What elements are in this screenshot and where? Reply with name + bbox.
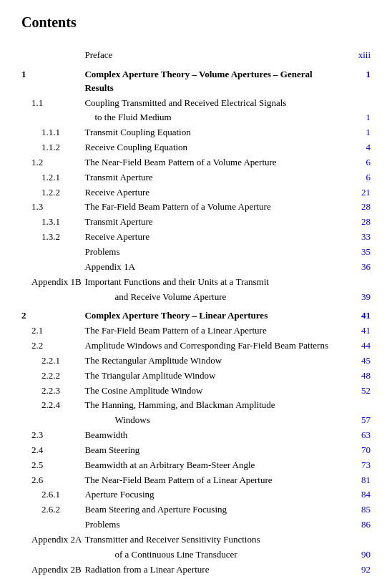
toc-row: 2.5Beamwidth at an Arbitrary Beam-Steer … bbox=[21, 458, 371, 473]
toc-page: 6 bbox=[348, 170, 371, 185]
toc-row: of a Continuous Line Transducer90 bbox=[21, 548, 371, 563]
toc-page: 48 bbox=[348, 369, 371, 384]
toc-row: to the Fluid Medium1 bbox=[21, 110, 371, 125]
toc-text: The Triangular Amplitude Window bbox=[84, 369, 348, 384]
toc-row: 2Complex Aperture Theory – Linear Apertu… bbox=[21, 308, 371, 323]
toc-label: 2.4 bbox=[21, 443, 84, 458]
toc-row: 1.1.2Receive Coupling Equation4 bbox=[21, 140, 371, 155]
toc-text: Beamwidth at an Arbitrary Beam-Steer Ang… bbox=[84, 458, 348, 473]
toc-page: 39 bbox=[348, 290, 371, 305]
toc-text: Windows bbox=[84, 413, 348, 428]
toc-label: Appendix 2A bbox=[21, 532, 84, 548]
toc-label: 2.2.4 bbox=[21, 398, 84, 413]
toc-page: 35 bbox=[348, 245, 371, 260]
toc-page bbox=[348, 532, 371, 548]
toc-row: 1.2.2Receive Aperture21 bbox=[21, 185, 371, 200]
page-title: Contents bbox=[21, 14, 371, 31]
toc-page: 1 bbox=[348, 110, 371, 125]
toc-row: 2.2.1The Rectangular Amplitude Window45 bbox=[21, 354, 371, 369]
toc-row: 1.3.2Receive Aperture33 bbox=[21, 230, 371, 245]
toc-label: 1.3.1 bbox=[21, 215, 84, 230]
toc-text: Amplitude Windows and Corresponding Far-… bbox=[84, 339, 348, 354]
toc-label: 2.6 bbox=[21, 473, 84, 488]
toc-label: 1.2 bbox=[21, 155, 84, 170]
toc-text: The Hanning, Hamming, and Blackman Ampli… bbox=[84, 398, 348, 413]
toc-row: Appendix 2ATransmitter and Receiver Sens… bbox=[21, 532, 371, 548]
toc-row: Problems86 bbox=[21, 517, 371, 532]
toc-label bbox=[21, 517, 84, 532]
toc-text: Complex Aperture Theory – Volume Apertur… bbox=[84, 67, 348, 96]
toc-label bbox=[21, 260, 84, 275]
toc-text: Transmitter and Receiver Sensitivity Fun… bbox=[84, 532, 348, 548]
toc-row: Appendix 2BRadiation from a Linear Apert… bbox=[21, 563, 371, 578]
toc-row: Windows57 bbox=[21, 413, 371, 428]
toc-label bbox=[21, 413, 84, 428]
toc-label: 2.6.2 bbox=[21, 502, 84, 517]
toc-row: 2.2.2The Triangular Amplitude Window48 bbox=[21, 369, 371, 384]
toc-page: 84 bbox=[348, 487, 371, 502]
toc-label: 1.1.1 bbox=[21, 125, 84, 140]
toc-text: Receive Coupling Equation bbox=[84, 140, 348, 155]
toc-row: Problems35 bbox=[21, 245, 371, 260]
toc-page: 6 bbox=[348, 155, 371, 170]
toc-page: 41 bbox=[348, 308, 371, 323]
toc-page: 45 bbox=[348, 354, 371, 369]
toc-row: 1Complex Aperture Theory – Volume Apertu… bbox=[21, 67, 371, 96]
toc-row: 1.3.1Transmit Aperture28 bbox=[21, 215, 371, 230]
toc-label: 1.3 bbox=[21, 200, 84, 215]
toc-label: 2.3 bbox=[21, 428, 84, 443]
toc-text: Complex Aperture Theory – Linear Apertur… bbox=[84, 308, 348, 323]
toc-page: 28 bbox=[348, 200, 371, 215]
toc-row: 2.6.2Beam Steering and Aperture Focusing… bbox=[21, 502, 371, 517]
toc-text: Receive Aperture bbox=[84, 185, 348, 200]
toc-page: 63 bbox=[348, 428, 371, 443]
toc-text: Transmit Aperture bbox=[84, 170, 348, 185]
toc-label bbox=[21, 290, 84, 305]
toc-page: 1 bbox=[348, 67, 371, 96]
toc-row: 2.4Beam Steering70 bbox=[21, 443, 371, 458]
toc-label: 1.1.2 bbox=[21, 140, 84, 155]
toc-row: 1.1.1Transmit Coupling Equation1 bbox=[21, 125, 371, 140]
toc-row: 1.3The Far-Field Beam Pattern of a Volum… bbox=[21, 200, 371, 215]
toc-label: 2.2.2 bbox=[21, 369, 84, 384]
toc-text: Appendix 1A bbox=[84, 260, 348, 275]
toc-text: to the Fluid Medium bbox=[84, 110, 348, 125]
toc-page bbox=[348, 275, 371, 290]
toc-label bbox=[21, 245, 84, 260]
toc-label: Appendix 2B bbox=[21, 563, 84, 578]
toc-label: 1 bbox=[21, 67, 84, 96]
toc-page: 4 bbox=[348, 140, 371, 155]
toc-label: 1.1 bbox=[21, 96, 84, 111]
toc-label: 2 bbox=[21, 308, 84, 323]
toc-text: The Near-Field Beam Pattern of a Volume … bbox=[84, 155, 348, 170]
toc-table: Prefacexiii1Complex Aperture Theory – Vo… bbox=[21, 44, 371, 579]
toc-label: 1.3.2 bbox=[21, 230, 84, 245]
toc-row: 2.6.1Aperture Focusing84 bbox=[21, 487, 371, 502]
toc-text: The Cosine Amplitude Window bbox=[84, 384, 348, 399]
toc-text: Transmit Aperture bbox=[84, 215, 348, 230]
toc-label: 1.2.1 bbox=[21, 170, 84, 185]
toc-row: 2.1The Far-Field Beam Pattern of a Linea… bbox=[21, 323, 371, 339]
toc-text: Receive Aperture bbox=[84, 230, 348, 245]
toc-row: and Receive Volume Aperture39 bbox=[21, 290, 371, 305]
toc-row: 2.3Beamwidth63 bbox=[21, 428, 371, 443]
toc-label: Appendix 1B bbox=[21, 275, 84, 290]
toc-page: 73 bbox=[348, 458, 371, 473]
toc-page: xiii bbox=[348, 48, 371, 63]
toc-page: 21 bbox=[348, 185, 371, 200]
toc-page: 33 bbox=[348, 230, 371, 245]
toc-page: 36 bbox=[348, 260, 371, 275]
toc-container: Prefacexiii1Complex Aperture Theory – Vo… bbox=[21, 44, 371, 579]
toc-label bbox=[21, 548, 84, 563]
toc-text: Beam Steering and Aperture Focusing bbox=[84, 502, 348, 517]
toc-row: Prefacexiii bbox=[21, 48, 371, 63]
toc-page bbox=[348, 96, 371, 111]
toc-row: 1.2.1Transmit Aperture6 bbox=[21, 170, 371, 185]
toc-text: The Far-Field Beam Pattern of a Linear A… bbox=[84, 323, 348, 339]
toc-text: The Rectangular Amplitude Window bbox=[84, 354, 348, 369]
toc-text: Preface bbox=[84, 48, 348, 63]
toc-text: Transmit Coupling Equation bbox=[84, 125, 348, 140]
toc-text: Problems bbox=[84, 517, 348, 532]
toc-text: and Receive Volume Aperture bbox=[84, 290, 348, 305]
toc-page: 70 bbox=[348, 443, 371, 458]
